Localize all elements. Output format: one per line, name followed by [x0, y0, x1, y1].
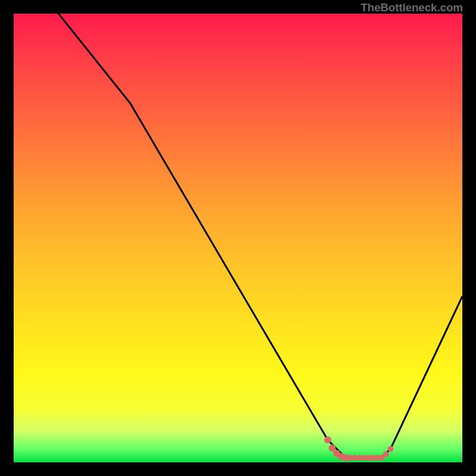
sweet-spot-marker-group [324, 436, 394, 461]
sweet-spot-dot [324, 436, 331, 443]
chart-frame [14, 14, 462, 462]
attribution-label: TheBottleneck.com [361, 1, 463, 14]
bottleneck-curve-line [14, 0, 462, 458]
sweet-spot-dot [387, 446, 393, 452]
sweet-spot-dot [383, 451, 389, 457]
chart-svg [14, 14, 462, 462]
